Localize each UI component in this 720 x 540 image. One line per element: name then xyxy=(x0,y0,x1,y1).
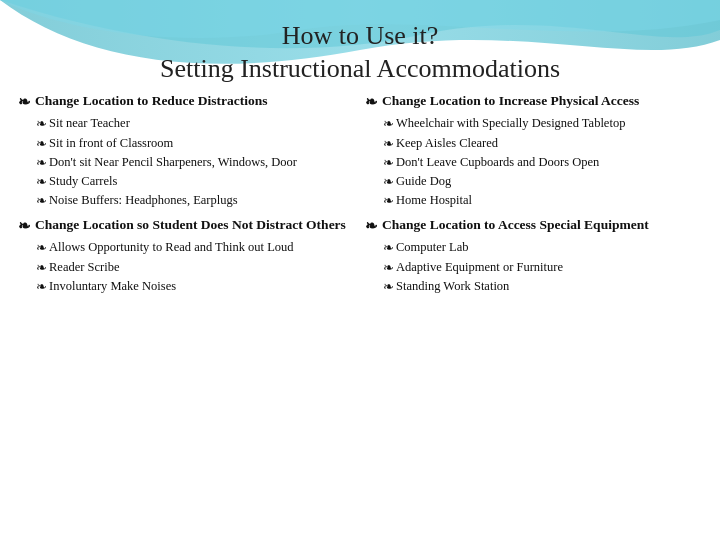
item-label: Reader Scribe xyxy=(49,259,355,277)
list-item: ❧ Keep Aisles Cleared xyxy=(383,135,702,153)
item-bullet: ❧ xyxy=(36,135,47,153)
item-label: Involuntary Make Noises xyxy=(49,278,355,296)
section-header-text: Change Location to Reduce Distractions xyxy=(35,92,268,111)
item-label: Home Hospital xyxy=(396,192,702,210)
list-item: ❧ Wheelchair with Specially Designed Tab… xyxy=(383,115,702,133)
item-bullet: ❧ xyxy=(36,115,47,133)
item-label: Don't Leave Cupboards and Doors Open xyxy=(396,154,702,172)
list-item: ❧ Allows Opportunity to Read and Think o… xyxy=(36,239,355,257)
section-bullet: ❧ xyxy=(365,92,378,113)
item-label: Wheelchair with Specially Designed Table… xyxy=(396,115,702,133)
list-item: ❧ Home Hospital xyxy=(383,192,702,210)
section-bullet: ❧ xyxy=(18,92,31,113)
item-bullet: ❧ xyxy=(383,239,394,257)
section-bullet: ❧ xyxy=(18,216,31,237)
item-bullet: ❧ xyxy=(383,173,394,191)
increase-physical-list: ❧ Wheelchair with Specially Designed Tab… xyxy=(383,115,702,210)
item-label: Computer Lab xyxy=(396,239,702,257)
list-item: ❧ Study Carrels xyxy=(36,173,355,191)
item-bullet: ❧ xyxy=(36,173,47,191)
main-content: How to Use it? Setting Instructional Acc… xyxy=(0,0,720,310)
right-column: ❧ Change Location to Increase Physical A… xyxy=(365,92,702,302)
list-item: ❧ Reader Scribe xyxy=(36,259,355,277)
section-header-text: Change Location to Access Special Equipm… xyxy=(382,216,649,235)
section-reduce-distractions: ❧ Change Location to Reduce Distractions xyxy=(18,92,355,113)
item-bullet: ❧ xyxy=(36,192,47,210)
item-label: Noise Buffers: Headphones, Earplugs xyxy=(49,192,355,210)
section-increase-physical: ❧ Change Location to Increase Physical A… xyxy=(365,92,702,113)
item-label: Sit in front of Classroom xyxy=(49,135,355,153)
item-label: Allows Opportunity to Read and Think out… xyxy=(49,239,355,257)
list-item: ❧ Standing Work Station xyxy=(383,278,702,296)
item-label: Don't sit Near Pencil Sharpeners, Window… xyxy=(49,154,355,172)
item-label: Keep Aisles Cleared xyxy=(396,135,702,153)
item-bullet: ❧ xyxy=(383,135,394,153)
reduce-distractions-list: ❧ Sit near Teacher ❧ Sit in front of Cla… xyxy=(36,115,355,210)
list-item: ❧ Sit in front of Classroom xyxy=(36,135,355,153)
item-bullet: ❧ xyxy=(383,192,394,210)
item-bullet: ❧ xyxy=(36,259,47,277)
item-label: Standing Work Station xyxy=(396,278,702,296)
two-column-layout: ❧ Change Location to Reduce Distractions… xyxy=(18,92,702,302)
list-item: ❧ Don't sit Near Pencil Sharpeners, Wind… xyxy=(36,154,355,172)
list-item: ❧ Adaptive Equipment or Furniture xyxy=(383,259,702,277)
list-item: ❧ Computer Lab xyxy=(383,239,702,257)
section-not-distract-others: ❧ Change Location so Student Does Not Di… xyxy=(18,216,355,237)
section-header-text: Change Location to Increase Physical Acc… xyxy=(382,92,639,111)
page-subtitle: Setting Instructional Accommodations xyxy=(18,53,702,84)
item-label: Adaptive Equipment or Furniture xyxy=(396,259,702,277)
page-title: How to Use it? xyxy=(18,20,702,51)
item-label: Guide Dog xyxy=(396,173,702,191)
list-item: ❧ Involuntary Make Noises xyxy=(36,278,355,296)
list-item: ❧ Guide Dog xyxy=(383,173,702,191)
list-item: ❧ Don't Leave Cupboards and Doors Open xyxy=(383,154,702,172)
list-item: ❧ Noise Buffers: Headphones, Earplugs xyxy=(36,192,355,210)
left-column: ❧ Change Location to Reduce Distractions… xyxy=(18,92,355,302)
list-item: ❧ Sit near Teacher xyxy=(36,115,355,133)
item-bullet: ❧ xyxy=(36,278,47,296)
item-bullet: ❧ xyxy=(383,154,394,172)
access-equipment-list: ❧ Computer Lab ❧ Adaptive Equipment or F… xyxy=(383,239,702,296)
item-bullet: ❧ xyxy=(36,239,47,257)
not-distract-list: ❧ Allows Opportunity to Read and Think o… xyxy=(36,239,355,296)
item-bullet: ❧ xyxy=(383,278,394,296)
section-access-equipment: ❧ Change Location to Access Special Equi… xyxy=(365,216,702,237)
item-label: Study Carrels xyxy=(49,173,355,191)
item-label: Sit near Teacher xyxy=(49,115,355,133)
item-bullet: ❧ xyxy=(383,259,394,277)
item-bullet: ❧ xyxy=(36,154,47,172)
section-bullet: ❧ xyxy=(365,216,378,237)
section-header-text: Change Location so Student Does Not Dist… xyxy=(35,216,346,235)
item-bullet: ❧ xyxy=(383,115,394,133)
